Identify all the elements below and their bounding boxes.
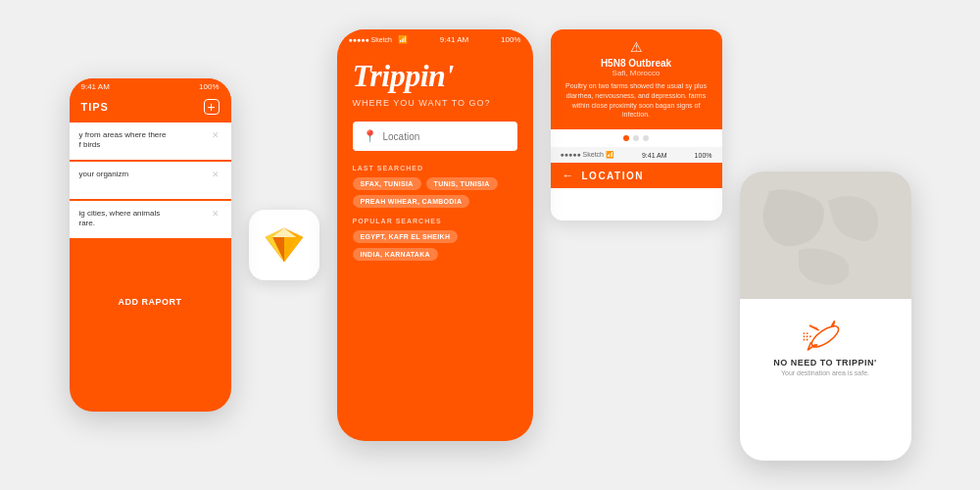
tips-header: TIPS + [70, 95, 231, 122]
alert-card: ⚠ H5N8 Outbreak Safi, Morocco Poultry on… [551, 29, 722, 129]
alert-warning-icon: ⚠ [563, 39, 710, 55]
status-battery-1: 100% [199, 82, 219, 91]
tip-text-3: ig cities, where animalsrare. [79, 209, 161, 229]
status-time-2: 9:41 AM [440, 35, 468, 44]
tip-item-1: y from areas where theref birds ✕ [70, 122, 231, 160]
tips-title: TIPS [81, 101, 109, 113]
alert-panel: ⚠ H5N8 Outbreak Safi, Morocco Poultry on… [551, 29, 722, 220]
signal-dots: ●●●●● Sketch 📶 [349, 35, 409, 44]
phone-tips: 9:41 AM 100% TIPS + y from areas where t… [70, 78, 231, 412]
plane-area: NO NEED TO TRIPPIN' Your destination are… [740, 299, 911, 392]
tip-item-3: ig cities, where animalsrare. ✕ [70, 201, 231, 238]
dot-3[interactable] [643, 135, 649, 141]
back-arrow-icon[interactable]: ← [563, 169, 574, 182]
close-icon-3[interactable]: ✕ [212, 209, 220, 220]
tips-bottom: ADD RAPORT [70, 240, 231, 318]
tip-item-2: your organizm ✕ [70, 162, 231, 199]
tag-egypt[interactable]: EGYPT, KAFR EL SHEIKH [353, 230, 459, 243]
battery-3: 100% [695, 152, 712, 159]
tag-sfax[interactable]: SFAX, TUNISIA [353, 177, 421, 190]
wifi-icon: 📶 [398, 35, 408, 44]
status-battery-2: 100% [501, 35, 520, 44]
tip-text-1: y from areas where theref birds [79, 130, 167, 151]
status-bar-2: ●●●●● Sketch 📶 9:41 AM 100% [337, 29, 533, 46]
dot-2[interactable] [633, 135, 639, 141]
location-header: ← LOCATION [551, 163, 722, 188]
no-trippin-label: NO NEED TO TRIPPIN' [773, 358, 877, 368]
popular-tags: EGYPT, KAFR EL SHEIKH INDIA, KARNATAKA [353, 230, 517, 261]
search-box[interactable]: 📍 [353, 122, 517, 151]
sketch-icon-container [249, 210, 319, 280]
app-title: Trippin' [353, 58, 517, 94]
dot-1[interactable] [623, 135, 629, 141]
alert-location: Safi, Morocco [563, 69, 710, 77]
popular-label: POPULAR SEARCHES [353, 218, 517, 224]
tag-india[interactable]: INDIA, KARNATAKA [353, 248, 438, 261]
map-svg [740, 172, 911, 299]
last-searched-tags: SFAX, TUNISIA TUNIS, TUNISIA PREAH WIHEA… [353, 177, 517, 208]
add-report-button[interactable]: ADD RAPORT [119, 297, 182, 307]
tag-preah[interactable]: PREAH WIHEAR, CAMBODIA [353, 195, 470, 208]
signal-label-3: ●●●●● Sketch 📶 [561, 151, 614, 159]
alert-description: Poultry on two farms showed the usual sy… [563, 81, 710, 120]
carousel-dots [551, 129, 722, 147]
main-content: Trippin' WHERE YOU WANT TO GO? 📍 LAST SE… [337, 46, 533, 261]
phone-main: ●●●●● Sketch 📶 9:41 AM 100% Trippin' WHE… [337, 29, 533, 441]
pin-icon: 📍 [363, 129, 377, 143]
plane-icon-svg [801, 315, 850, 354]
time-3: 9:41 AM [642, 152, 667, 159]
map-area [740, 172, 911, 299]
sketch-diamond-svg [263, 226, 306, 264]
location-title: LOCATION [582, 171, 644, 181]
close-icon-1[interactable]: ✕ [212, 130, 220, 142]
status-time-1: 9:41 AM [81, 82, 110, 91]
phone4-status: ●●●●● Sketch 📶 9:41 AM 100% [551, 147, 722, 163]
add-tip-button[interactable]: + [204, 99, 220, 115]
alert-title: H5N8 Outbreak [563, 58, 710, 69]
signal-label: ●●●●● Sketch [349, 36, 393, 43]
status-bar-1: 9:41 AM 100% [70, 78, 231, 95]
search-input[interactable] [383, 131, 508, 142]
tip-text-2: your organizm [79, 170, 129, 179]
tag-tunis[interactable]: TUNIS, TUNISIA [426, 177, 498, 190]
app-subtitle: WHERE YOU WANT TO GO? [353, 98, 517, 108]
last-searched-label: LAST SEARCHED [353, 165, 517, 172]
close-icon-2[interactable]: ✕ [212, 170, 220, 181]
phone-location: NO NEED TO TRIPPIN' Your destination are… [740, 172, 911, 461]
safe-label: Your destination area is safe. [781, 369, 869, 376]
sketch-app-icon [249, 210, 319, 280]
